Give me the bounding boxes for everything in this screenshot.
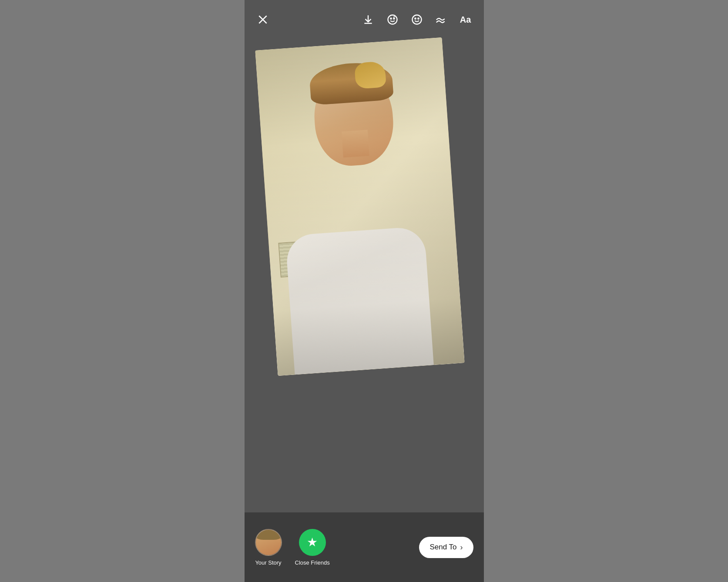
draw-icon	[435, 13, 447, 26]
avatar-face	[256, 530, 281, 555]
your-story-option[interactable]: Your Story	[255, 529, 282, 566]
send-to-button[interactable]: Send To ›	[419, 537, 473, 558]
close-friends-label: Close Friends	[295, 559, 330, 566]
neck	[341, 130, 369, 157]
phone-frame: Aa Your Story ★ Close Friends	[245, 0, 484, 582]
svg-point-4	[393, 18, 394, 19]
face-sticker-icon	[411, 13, 423, 26]
svg-point-7	[418, 18, 419, 19]
download-button[interactable]	[360, 12, 376, 27]
avatar-hair	[256, 530, 281, 540]
bottom-bar: Your Story ★ Close Friends Send To ›	[245, 512, 484, 582]
close-friends-option[interactable]: ★ Close Friends	[295, 529, 330, 566]
face-sticker-button[interactable]	[409, 12, 425, 27]
chevron-right-icon: ›	[460, 543, 463, 552]
close-friends-avatar: ★	[299, 529, 326, 556]
emoji-sticker-icon	[386, 13, 399, 26]
download-icon	[362, 14, 374, 25]
emoji-sticker-button[interactable]	[385, 12, 400, 27]
toolbar-right: Aa	[360, 12, 473, 27]
text-button[interactable]: Aa	[458, 12, 473, 27]
close-button[interactable]	[255, 12, 271, 27]
photo-area	[245, 0, 484, 582]
person-photo	[255, 37, 464, 376]
text-tool-label: Aa	[460, 15, 471, 25]
photo-shadow	[255, 37, 464, 376]
your-story-label: Your Story	[255, 559, 281, 566]
your-story-avatar	[255, 529, 282, 556]
toolbar: Aa	[245, 0, 484, 35]
svg-point-5	[412, 15, 421, 24]
story-options: Your Story ★ Close Friends	[255, 529, 419, 566]
draw-button[interactable]	[433, 12, 449, 27]
close-icon	[257, 14, 268, 25]
send-to-label: Send To	[429, 543, 456, 552]
svg-point-2	[388, 15, 397, 24]
svg-point-3	[390, 18, 391, 19]
svg-point-6	[415, 18, 416, 19]
toolbar-left	[255, 12, 271, 27]
photo-container	[255, 37, 464, 376]
star-icon: ★	[307, 535, 318, 549]
